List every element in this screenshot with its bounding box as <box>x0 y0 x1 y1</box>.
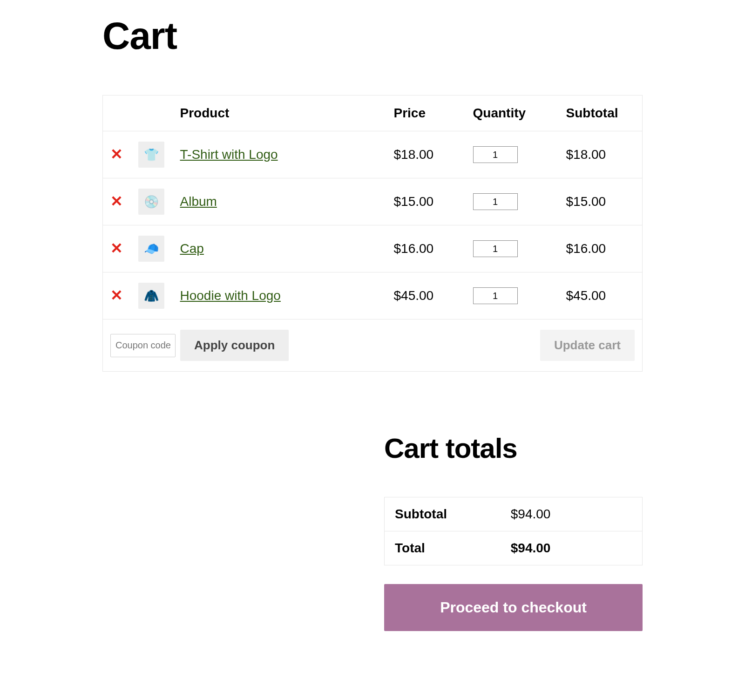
subtotal-label: Subtotal <box>385 497 501 531</box>
product-price: $45.00 <box>386 272 466 319</box>
header-subtotal: Subtotal <box>559 95 643 131</box>
product-thumbnail[interactable]: 💿 <box>138 189 164 215</box>
header-quantity: Quantity <box>466 95 559 131</box>
product-thumbnail[interactable]: 🧥 <box>138 283 164 309</box>
product-subtotal: $18.00 <box>559 131 643 178</box>
total-value: $94.00 <box>501 531 643 565</box>
table-row: ✕ 🧥 Hoodie with Logo $45.00 $45.00 <box>103 272 643 319</box>
total-row: Total $94.00 <box>385 531 643 565</box>
quantity-input[interactable] <box>473 193 518 210</box>
product-price: $15.00 <box>386 178 466 225</box>
cart-totals-table: Subtotal $94.00 Total $94.00 <box>384 497 643 565</box>
cart-totals-section: Cart totals Subtotal $94.00 Total $94.00… <box>384 432 643 631</box>
header-thumbnail <box>131 95 173 131</box>
header-remove <box>103 95 131 131</box>
table-row: ✕ 🧢 Cap $16.00 $16.00 <box>103 225 643 272</box>
remove-icon[interactable]: ✕ <box>110 241 123 256</box>
quantity-input[interactable] <box>473 287 518 304</box>
product-link[interactable]: Hoodie with Logo <box>180 288 281 303</box>
cart-totals-title: Cart totals <box>384 432 643 464</box>
product-thumbnail[interactable]: 🧢 <box>138 236 164 262</box>
proceed-to-checkout-button[interactable]: Proceed to checkout <box>384 584 643 631</box>
total-label: Total <box>385 531 501 565</box>
page-title: Cart <box>102 14 643 58</box>
product-thumbnail[interactable]: 👕 <box>138 142 164 168</box>
coupon-input[interactable] <box>110 334 176 357</box>
product-link[interactable]: Cap <box>180 241 204 256</box>
remove-icon[interactable]: ✕ <box>110 147 123 162</box>
product-price: $18.00 <box>386 131 466 178</box>
product-subtotal: $45.00 <box>559 272 643 319</box>
subtotal-value: $94.00 <box>501 497 643 531</box>
product-subtotal: $15.00 <box>559 178 643 225</box>
cart-actions-row: Apply coupon Update cart <box>103 319 643 372</box>
table-row: ✕ 💿 Album $15.00 $15.00 <box>103 178 643 225</box>
cart-table: Product Price Quantity Subtotal ✕ 👕 T-Sh… <box>102 95 643 372</box>
table-row: ✕ 👕 T-Shirt with Logo $18.00 $18.00 <box>103 131 643 178</box>
product-price: $16.00 <box>386 225 466 272</box>
product-link[interactable]: Album <box>180 194 217 209</box>
remove-icon[interactable]: ✕ <box>110 288 123 303</box>
header-price: Price <box>386 95 466 131</box>
quantity-input[interactable] <box>473 240 518 257</box>
remove-icon[interactable]: ✕ <box>110 194 123 209</box>
subtotal-row: Subtotal $94.00 <box>385 497 643 531</box>
product-link[interactable]: T-Shirt with Logo <box>180 147 278 162</box>
apply-coupon-button[interactable]: Apply coupon <box>180 330 289 361</box>
product-subtotal: $16.00 <box>559 225 643 272</box>
quantity-input[interactable] <box>473 146 518 163</box>
update-cart-button[interactable]: Update cart <box>540 330 635 361</box>
header-product: Product <box>173 95 386 131</box>
